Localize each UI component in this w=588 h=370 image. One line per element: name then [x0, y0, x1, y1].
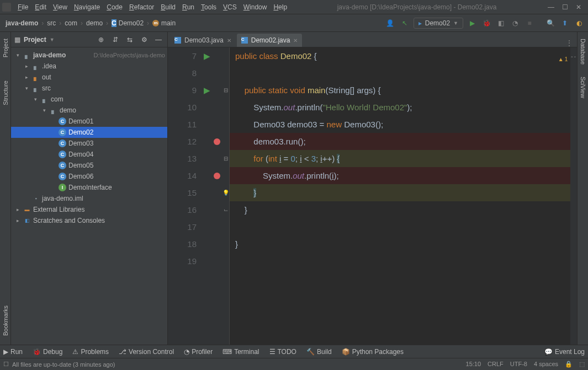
tree-arrow-icon[interactable]: ▸ — [23, 63, 30, 69]
line-separator[interactable]: CRLF — [488, 361, 504, 368]
code-line[interactable]: demo03.run(); — [230, 133, 577, 150]
debug-button[interactable]: 🐞 — [481, 18, 492, 29]
run-button[interactable]: ▶ — [467, 18, 478, 29]
project-tool-tab[interactable]: Project — [1, 35, 10, 61]
code-line[interactable]: public class Demo02 { — [230, 47, 577, 65]
indent-setting[interactable]: 4 spaces — [534, 361, 558, 368]
error-stripe[interactable]: ▲1 ˆˇ — [570, 47, 577, 345]
code-content[interactable]: ▲1 ˆˇ public class Demo02 { public stati… — [230, 47, 577, 345]
breakpoint-icon[interactable] — [214, 138, 220, 145]
tree-item-com[interactable]: ▾▖com — [11, 94, 167, 105]
line-number[interactable]: 16 — [168, 201, 202, 218]
tree-item-demo06[interactable]: CDemo06 — [11, 171, 167, 182]
breadcrumb-java-demo[interactable]: java-demo — [3, 18, 40, 28]
close-tab-icon[interactable]: ✕ — [293, 37, 298, 44]
update-icon[interactable]: ⬆ — [559, 18, 570, 29]
settings-gear-icon[interactable]: ⚙ — [139, 34, 150, 45]
line-number[interactable]: 9 — [168, 82, 202, 99]
code-line[interactable]: public static void main(String[] args) { — [230, 82, 577, 99]
database-tool-tab[interactable]: Database — [579, 35, 587, 68]
code-line[interactable]: for (int i = 0; i < 3; i++) { — [230, 150, 577, 167]
tree-item-java-demo-iml[interactable]: ▪java-demo.iml — [11, 193, 167, 204]
event-log-tab[interactable]: 💬 Event Log — [544, 348, 585, 356]
caret-position[interactable]: 15:10 — [466, 361, 481, 368]
tree-item-demo[interactable]: ▾▖demo — [11, 105, 167, 116]
memory-indicator-icon[interactable]: ⬚ — [579, 361, 585, 368]
line-number[interactable]: 19 — [168, 253, 202, 270]
project-panel-title[interactable]: Project — [24, 36, 46, 44]
line-number[interactable]: 13 — [168, 150, 202, 167]
toolwindow-profiler[interactable]: ◔Profiler — [184, 348, 213, 356]
intention-bulb-icon[interactable]: 💡 — [223, 184, 229, 201]
menu-window[interactable]: Window — [240, 2, 271, 12]
tree-item-demo05[interactable]: CDemo05 — [11, 160, 167, 171]
add-user-icon[interactable]: 👤 — [385, 18, 396, 29]
toolwindow-terminal[interactable]: ⌨Terminal — [223, 348, 259, 356]
fold-close-icon[interactable]: ⌙ — [224, 201, 228, 218]
ide-settings-icon[interactable]: ◐ — [574, 18, 585, 29]
hide-panel-icon[interactable]: — — [153, 34, 164, 45]
menu-refactor[interactable]: Refactor — [126, 2, 157, 12]
stop-button[interactable]: ■ — [524, 18, 535, 29]
menu-file[interactable]: File — [14, 2, 31, 12]
search-everywhere-icon[interactable]: 🔍 — [545, 18, 556, 29]
breadcrumb-com[interactable]: com — [62, 18, 80, 28]
tree-arrow-icon[interactable]: ▸ — [14, 207, 21, 212]
line-number[interactable]: 14 — [168, 167, 202, 184]
file-encoding[interactable]: UTF-8 — [510, 361, 527, 368]
maximize-icon[interactable]: ☐ — [562, 3, 568, 11]
code-editor[interactable]: 78910111213141516171819 ▶▶ ⊟⊟💡⌙ ▲1 ˆˇ pu… — [168, 47, 577, 345]
fold-gutter[interactable]: ⊟⊟💡⌙ — [222, 47, 230, 345]
tree-item-demo02[interactable]: CDemo02 — [11, 127, 167, 138]
minimize-icon[interactable]: — — [548, 3, 554, 11]
close-icon[interactable]: ✕ — [576, 3, 581, 11]
breadcrumb-demo02[interactable]: CDemo02 — [109, 18, 146, 28]
code-line[interactable]: System.out.println("Hello World! Demo02"… — [230, 99, 577, 116]
code-line[interactable]: System.out.println(i); — [230, 167, 577, 184]
fold-open-icon[interactable]: ⊟ — [224, 150, 228, 167]
toolwindow-version-control[interactable]: ⎇Version Control — [119, 348, 174, 356]
menu-view[interactable]: View — [50, 2, 71, 12]
close-tab-icon[interactable]: ✕ — [227, 37, 231, 44]
bookmarks-tool-tab[interactable]: Bookmarks — [1, 302, 10, 339]
menu-vcs[interactable]: VCS — [220, 2, 240, 12]
breakpoint-icon[interactable] — [214, 173, 220, 179]
code-line[interactable]: } — [230, 184, 577, 201]
structure-tool-tab[interactable]: Structure — [1, 77, 10, 109]
line-number[interactable]: 18 — [168, 235, 202, 253]
line-number[interactable]: 15 — [168, 184, 202, 201]
menu-code[interactable]: Code — [103, 2, 126, 12]
toolwindow-build[interactable]: 🔨Build — [306, 348, 332, 356]
editor-tab-demo02-java[interactable]: CDemo02.java✕ — [237, 34, 303, 47]
expand-all-icon[interactable]: ⇵ — [110, 34, 121, 45]
build-hammer-icon[interactable]: ↖ — [399, 18, 410, 29]
line-number[interactable]: 11 — [168, 116, 202, 133]
menu-edit[interactable]: Edit — [31, 2, 50, 12]
breadcrumb-src[interactable]: src — [45, 18, 58, 28]
line-number[interactable]: 8 — [168, 65, 202, 82]
code-line[interactable]: Demo03 demo03 = new Demo03(); — [230, 116, 577, 133]
code-line[interactable] — [230, 65, 577, 82]
tree-arrow-icon[interactable]: ▸ — [23, 74, 30, 80]
menu-build[interactable]: Build — [157, 2, 179, 12]
tree-arrow-icon[interactable]: ▾ — [14, 52, 21, 58]
tree-arrow-icon[interactable]: ▾ — [32, 96, 39, 102]
line-number[interactable]: 17 — [168, 218, 202, 235]
menu-help[interactable]: Help — [270, 2, 290, 12]
tree-item-demo03[interactable]: CDemo03 — [11, 138, 167, 149]
tab-options-icon[interactable]: ⋮ — [561, 39, 577, 47]
code-line[interactable] — [230, 218, 577, 235]
tree-item--idea[interactable]: ▸▖.idea — [11, 61, 167, 72]
chevron-down-icon[interactable]: ▼ — [50, 37, 55, 42]
project-tree[interactable]: ▾▖java-demoD:\IdeaProjects\java-demo▸▖.i… — [11, 47, 167, 345]
select-opened-file-icon[interactable]: ⊕ — [96, 34, 107, 45]
tree-item-demo04[interactable]: CDemo04 — [11, 149, 167, 160]
run-configuration-selector[interactable]: ▸ Demo02 ▼ — [414, 18, 463, 29]
breadcrumb-main[interactable]: m main — [150, 18, 178, 28]
tree-item-demointerface[interactable]: IDemoInterface — [11, 182, 167, 193]
tree-item-external-libraries[interactable]: ▸▬External Libraries — [11, 204, 167, 215]
tree-item-src[interactable]: ▾▖src — [11, 83, 167, 94]
tree-item-scratches-and-consoles[interactable]: ▸◧Scratches and Consoles — [11, 215, 167, 226]
run-gutter[interactable]: ▶▶ — [202, 47, 212, 345]
breakpoint-gutter[interactable] — [212, 47, 222, 345]
